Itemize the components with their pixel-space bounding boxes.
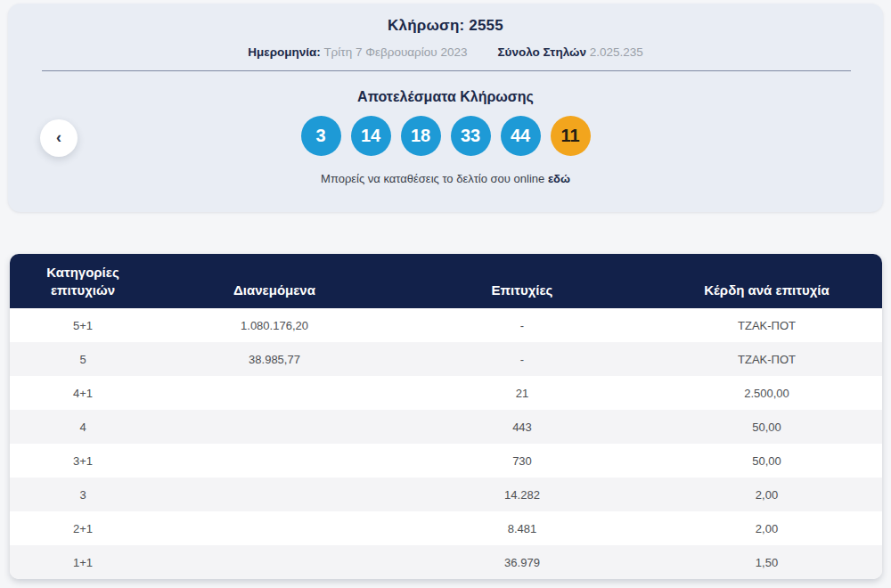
cell-category: 5+1 — [10, 319, 156, 332]
lottery-results-page: { "draw": { "title": "Κλήρωση: 2555", "d… — [0, 0, 891, 588]
cell-distributed: 38.985,77 — [156, 353, 393, 366]
table-row: 538.985,77-ΤΖΑΚ-ΠΟΤ — [10, 342, 882, 376]
table-row: 3+173050,00 — [10, 444, 882, 478]
draw-date-label: Ημερομηνία: — [248, 45, 321, 59]
cell-prize: 2,00 — [651, 488, 882, 502]
draw-title: Κλήρωση: 2555 — [8, 4, 883, 35]
total-columns-label: Σύνολο Στηλών — [497, 45, 585, 59]
table-row: 1+136.9791,50 — [10, 545, 882, 579]
cell-winners: - — [393, 319, 651, 332]
prize-table-card: Κατηγορίες επιτυχιών Διανεμόμενα Επιτυχί… — [10, 254, 882, 579]
cell-category: 4+1 — [10, 387, 156, 400]
winning-number-ball: 33 — [451, 116, 491, 156]
cell-category: 3+1 — [10, 454, 156, 468]
header-divider — [42, 70, 851, 71]
column-header-categories: Κατηγορίες επιτυχιών — [10, 254, 156, 308]
draw-summary-card: Κλήρωση: 2555 Ημερομηνία: Τρίτη 7 Φεβρου… — [8, 4, 883, 212]
total-columns: Σύνολο Στηλών 2.025.235 — [497, 45, 642, 59]
winning-number-ball: 18 — [401, 116, 441, 156]
draw-date: Ημερομηνία: Τρίτη 7 Φεβρουαρίου 2023 — [248, 45, 467, 59]
previous-draw-button[interactable]: ‹ — [40, 119, 78, 157]
cell-category: 4 — [10, 421, 156, 434]
column-header-distributed: Διανεμόμενα — [156, 254, 393, 308]
cell-winners: 14.282 — [393, 488, 651, 502]
table-row: 4+1212.500,00 — [10, 376, 882, 410]
column-header-prize: Κέρδη ανά επιτυχία — [651, 254, 882, 308]
winning-number-ball: 3 — [301, 116, 341, 156]
cell-prize: 50,00 — [651, 454, 882, 468]
cta-text: Μπορείς να καταθέσεις το δελτίο σου onli… — [8, 172, 883, 185]
winning-number-ball: 44 — [501, 116, 541, 156]
cell-winners: 8.481 — [393, 522, 651, 535]
cell-category: 5 — [10, 353, 156, 366]
cell-winners: 36.979 — [393, 556, 651, 569]
total-columns-value: 2.025.235 — [590, 45, 643, 59]
table-header-row: Κατηγορίες επιτυχιών Διανεμόμενα Επιτυχί… — [10, 254, 882, 308]
cell-prize: ΤΖΑΚ-ΠΟΤ — [651, 353, 882, 366]
cell-category: 2+1 — [10, 522, 156, 535]
cell-prize: ΤΖΑΚ-ΠΟΤ — [651, 319, 882, 332]
cta-sentence: Μπορείς να καταθέσεις το δελτίο σου onli… — [321, 172, 544, 185]
table-row: 444350,00 — [10, 410, 882, 444]
cell-category: 1+1 — [10, 556, 156, 569]
table-row: 2+18.4812,00 — [10, 511, 882, 545]
column-header-winners: Επιτυχίες — [393, 254, 651, 308]
table-body: 5+11.080.176,20-ΤΖΑΚ-ΠΟΤ538.985,77-ΤΖΑΚ-… — [10, 308, 882, 579]
bonus-number-ball: 11 — [551, 116, 591, 156]
winning-number-ball: 14 — [351, 116, 391, 156]
results-title: Αποτελέσματα Κλήρωσης — [8, 89, 883, 105]
cell-prize: 2.500,00 — [651, 387, 882, 400]
cell-prize: 50,00 — [651, 421, 882, 434]
cell-prize: 2,00 — [651, 522, 882, 535]
cell-category: 3 — [10, 488, 156, 502]
cell-prize: 1,50 — [651, 556, 882, 569]
winning-numbers-row: 31418334411 — [8, 116, 883, 156]
table-row: 314.2822,00 — [10, 478, 882, 511]
cell-winners: 21 — [393, 387, 651, 400]
cell-winners: - — [393, 353, 651, 366]
cell-winners: 443 — [393, 421, 651, 434]
cell-winners: 730 — [393, 454, 651, 468]
draw-meta: Ημερομηνία: Τρίτη 7 Φεβρουαρίου 2023 Σύν… — [8, 45, 883, 59]
chevron-left-icon: ‹ — [56, 129, 61, 145]
cell-distributed: 1.080.176,20 — [156, 319, 393, 332]
table-row: 5+11.080.176,20-ΤΖΑΚ-ΠΟΤ — [10, 308, 882, 342]
submit-slip-link[interactable]: εδώ — [548, 172, 570, 185]
draw-date-value: Τρίτη 7 Φεβρουαρίου 2023 — [323, 45, 467, 59]
